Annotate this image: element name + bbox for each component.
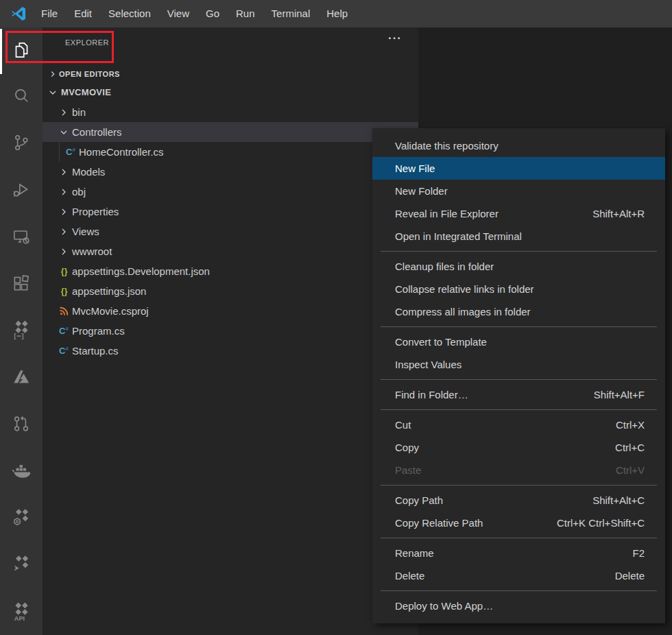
chevron-down-icon bbox=[58, 127, 70, 138]
open-editors-section[interactable]: OPEN EDITORS bbox=[43, 65, 418, 82]
svg-text:API: API bbox=[14, 615, 25, 622]
tree-item-label: Startup.cs bbox=[72, 345, 119, 357]
menu-item-compress-all-images-in-folder[interactable]: Compress all images in folder bbox=[372, 300, 665, 323]
activity-azure-resources-button[interactable] bbox=[0, 494, 43, 541]
menu-go[interactable]: Go bbox=[197, 0, 228, 27]
menu-item-inspect-values[interactable]: Inspect Values bbox=[372, 353, 665, 376]
menu-item-collapse-relative-links-in-folder[interactable]: Collapse relative links in folder bbox=[372, 278, 665, 300]
tree-item-mvcmovie[interactable]: MVCMOVIE bbox=[43, 82, 418, 102]
menu-separator bbox=[381, 590, 657, 591]
vscode-logo-icon bbox=[10, 5, 27, 23]
menu-item-paste: PasteCtrl+V bbox=[372, 459, 665, 481]
tree-item-label: Program.cs bbox=[72, 325, 125, 337]
menu-selection[interactable]: Selection bbox=[100, 0, 159, 27]
menu-item-copy-path[interactable]: Copy PathShift+Alt+C bbox=[372, 489, 665, 512]
activity-github-pull-requests-button[interactable] bbox=[0, 400, 43, 447]
tree-item-program-cs[interactable]: C#Program.cs bbox=[43, 321, 418, 341]
azure-resources-icon bbox=[11, 507, 32, 528]
activity-azure-cli-button[interactable]: [⋯] bbox=[0, 307, 43, 353]
github-pr-icon bbox=[11, 414, 32, 434]
azure-pipelines-icon bbox=[11, 554, 32, 575]
menu-item-copy-relative-path[interactable]: Copy Relative PathCtrl+K Ctrl+Shift+C bbox=[372, 512, 665, 534]
menu-item-delete[interactable]: DeleteDelete bbox=[372, 564, 665, 587]
menu-item-shortcut: Ctrl+K Ctrl+Shift+C bbox=[557, 517, 645, 529]
menu-item-label: New File bbox=[395, 163, 645, 174]
tree-item-startup-cs[interactable]: C#Startup.cs bbox=[43, 341, 418, 361]
chevron-right-icon bbox=[58, 246, 70, 257]
menu-item-label: Open in Integrated Terminal bbox=[395, 230, 645, 242]
tree-item-obj[interactable]: obj bbox=[43, 182, 418, 202]
tree-item-homecontroller-cs[interactable]: C#HomeController.cs bbox=[43, 142, 418, 162]
menu-item-copy[interactable]: CopyCtrl+C bbox=[372, 436, 665, 459]
extensions-icon bbox=[11, 273, 32, 293]
activity-remote-explorer-button[interactable] bbox=[0, 213, 43, 260]
activity-azure-button[interactable] bbox=[0, 354, 43, 400]
chevron-right-icon bbox=[58, 226, 70, 237]
active-view-indicator bbox=[0, 29, 2, 74]
tree-item-appsettings-json[interactable]: { }appsettings.json bbox=[43, 281, 418, 301]
tree-item-label: Controllers bbox=[72, 126, 122, 138]
menu-item-open-in-integrated-terminal[interactable]: Open in Integrated Terminal bbox=[372, 225, 665, 248]
menu-edit[interactable]: Edit bbox=[66, 0, 100, 27]
menu-item-label: Compress all images in folder bbox=[395, 306, 645, 318]
menu-item-cut[interactable]: CutCtrl+X bbox=[372, 414, 665, 436]
tree-item-label: appsettings.json bbox=[72, 285, 146, 297]
menu-item-label: Cut bbox=[395, 419, 616, 431]
tree-item-wwwroot[interactable]: wwwroot bbox=[43, 241, 418, 261]
menu-item-new-file[interactable]: New File bbox=[372, 157, 665, 180]
csharp-icon: C# bbox=[58, 325, 70, 337]
tree-item-label: wwwroot bbox=[72, 245, 112, 257]
tree-item-models[interactable]: Models bbox=[43, 162, 418, 182]
menu-item-reveal-in-file-explorer[interactable]: Reveal in File ExplorerShift+Alt+R bbox=[372, 202, 665, 225]
activity-search-button[interactable] bbox=[0, 72, 43, 119]
menu-item-new-folder[interactable]: New Folder bbox=[372, 180, 665, 202]
menu-item-label: Copy bbox=[395, 442, 615, 453]
menu-item-validate-this-repository[interactable]: Validate this repository bbox=[372, 134, 665, 157]
tree-item-views[interactable]: Views bbox=[43, 221, 418, 241]
tree-item-properties[interactable]: Properties bbox=[43, 202, 418, 221]
menu-help[interactable]: Help bbox=[318, 0, 356, 27]
menu-file[interactable]: File bbox=[33, 0, 66, 27]
run-debug-icon bbox=[11, 179, 32, 200]
menu-terminal[interactable]: Terminal bbox=[263, 0, 319, 27]
azure-cli-icon: [⋯] bbox=[11, 320, 32, 340]
title-bar: FileEditSelectionViewGoRunTerminalHelp bbox=[0, 0, 672, 27]
chevron-down-icon bbox=[47, 87, 59, 98]
menu-view[interactable]: View bbox=[159, 0, 197, 27]
tree-item-label: Views bbox=[72, 226, 99, 237]
menu-item-cleanup-files-in-folder[interactable]: Cleanup files in folder bbox=[372, 255, 665, 278]
menu-item-rename[interactable]: RenameF2 bbox=[372, 542, 665, 564]
csproj-icon bbox=[58, 305, 70, 318]
tree-item-label: MvcMovie.csproj bbox=[72, 305, 149, 317]
menu-run[interactable]: Run bbox=[228, 0, 263, 27]
remote-explorer-icon bbox=[11, 226, 32, 247]
menu-item-label: Copy Relative Path bbox=[395, 517, 557, 529]
tree-item-controllers[interactable]: Controllers bbox=[43, 122, 418, 142]
activity-azure-pipelines-button[interactable] bbox=[0, 541, 43, 588]
tree-item-bin[interactable]: bin bbox=[43, 102, 418, 122]
menu-item-convert-to-template[interactable]: Convert to Template bbox=[372, 331, 665, 353]
menu-item-find-in-folder[interactable]: Find in Folder…Shift+Alt+F bbox=[372, 383, 665, 406]
tree-item-label: Properties bbox=[72, 206, 119, 217]
tree-item-label: obj bbox=[72, 186, 86, 197]
tree-item-label: appsettings.Development.json bbox=[72, 265, 210, 277]
menu-item-shortcut: Shift+Alt+R bbox=[592, 208, 645, 219]
activity-docker-button[interactable] bbox=[0, 447, 43, 494]
tree-item-appsettings-development-json[interactable]: { }appsettings.Development.json bbox=[43, 261, 418, 281]
more-actions-icon[interactable]: ··· bbox=[388, 32, 402, 45]
menu-item-deploy-to-web-app[interactable]: Deploy to Web App… bbox=[372, 595, 665, 617]
menu-item-shortcut: Shift+Alt+C bbox=[592, 494, 645, 506]
menu-item-shortcut: F2 bbox=[632, 547, 645, 559]
docker-icon bbox=[11, 461, 32, 481]
activity-run-debug-button[interactable] bbox=[0, 166, 43, 213]
csharp-icon: C# bbox=[58, 345, 70, 357]
tree-item-mvcmovie-csproj[interactable]: MvcMovie.csproj bbox=[43, 301, 418, 321]
menu-separator bbox=[381, 251, 657, 252]
activity-api-management-button[interactable]: API bbox=[0, 588, 43, 635]
activity-explorer-button[interactable] bbox=[0, 27, 43, 72]
explorer-sidebar: EXPLORER ··· OPEN EDITORS MVCMOVIEbinCon… bbox=[43, 27, 418, 635]
menu-item-label: Collapse relative links in folder bbox=[395, 283, 645, 295]
activity-extensions-button[interactable] bbox=[0, 260, 43, 307]
activity-source-control-button[interactable] bbox=[0, 119, 43, 166]
menu-item-shortcut: Shift+Alt+F bbox=[594, 389, 645, 400]
